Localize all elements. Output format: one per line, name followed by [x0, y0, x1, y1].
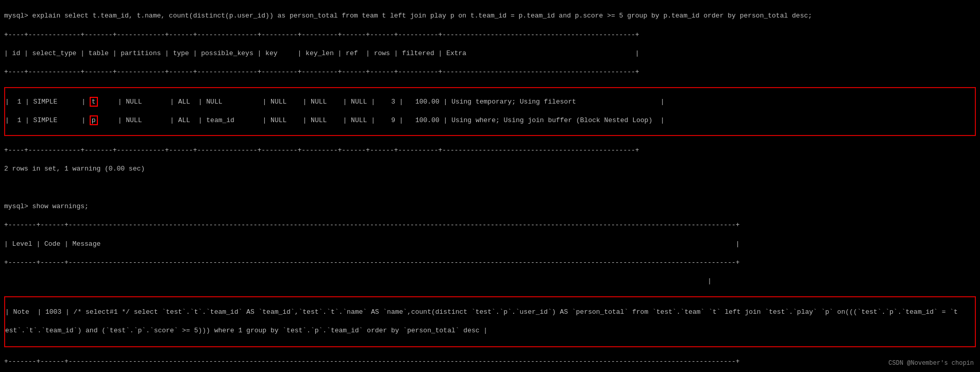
table1-row2: | 1 | SIMPLE | p | NULL | ALL | team_id …: [5, 116, 975, 125]
warn1-header: | Level | Code | Message |: [4, 240, 976, 249]
blank1: [4, 183, 976, 193]
warn1-bottom: +-------+------+------------------------…: [4, 348, 976, 372]
show-warnings-1: mysql> show warnings;: [4, 202, 976, 211]
warn1-section: | Note | 1003 | /* select#1 */ select `t…: [4, 296, 976, 347]
table1-data-rows: | 1 | SIMPLE | t | NULL | ALL | NULL | N…: [5, 88, 975, 135]
warn1-border-top: +-------+------+------------------------…: [4, 221, 976, 230]
table1-bottom: +----+-------------+-------+------------…: [4, 137, 976, 296]
table1-border-top: +----+-------------+-------+------------…: [4, 30, 976, 40]
warn1-content: | Note | 1003 | /* select#1 */ select `t…: [5, 298, 975, 345]
table1-t-cell: t: [90, 97, 98, 107]
warn1-note: | Note | 1003 | /* select#1 */ select `t…: [5, 308, 975, 317]
table1-highlighted-section: | 1 | SIMPLE | t | NULL | ALL | NULL | N…: [4, 87, 976, 136]
warn1-border-bot: +-------+------+------------------------…: [4, 357, 976, 366]
table1-header: | id | select_type | table | partitions …: [4, 49, 976, 58]
warn1-note-cont: est`.`t`.`team_id`) and (`test`.`p`.`sco…: [5, 326, 975, 335]
table1-p-cell: p: [90, 115, 98, 125]
table1-border-bot: +----+-------------+-------+------------…: [4, 146, 976, 155]
table1-rowcount: 2 rows in set, 1 warning (0.00 sec): [4, 164, 976, 174]
cmd-line-1: mysql> explain select t.team_id, t.name,…: [4, 11, 976, 21]
table1-border-mid: +----+-------------+-------+------------…: [4, 67, 976, 77]
warn1-pipe: |: [4, 277, 976, 286]
watermark: CSDN @November's chopin: [888, 359, 974, 368]
warn1-border-mid: +-------+------+------------------------…: [4, 258, 976, 267]
terminal-output: mysql> explain select t.team_id, t.name,…: [4, 2, 976, 87]
table1-row1: | 1 | SIMPLE | t | NULL | ALL | NULL | N…: [5, 97, 975, 107]
